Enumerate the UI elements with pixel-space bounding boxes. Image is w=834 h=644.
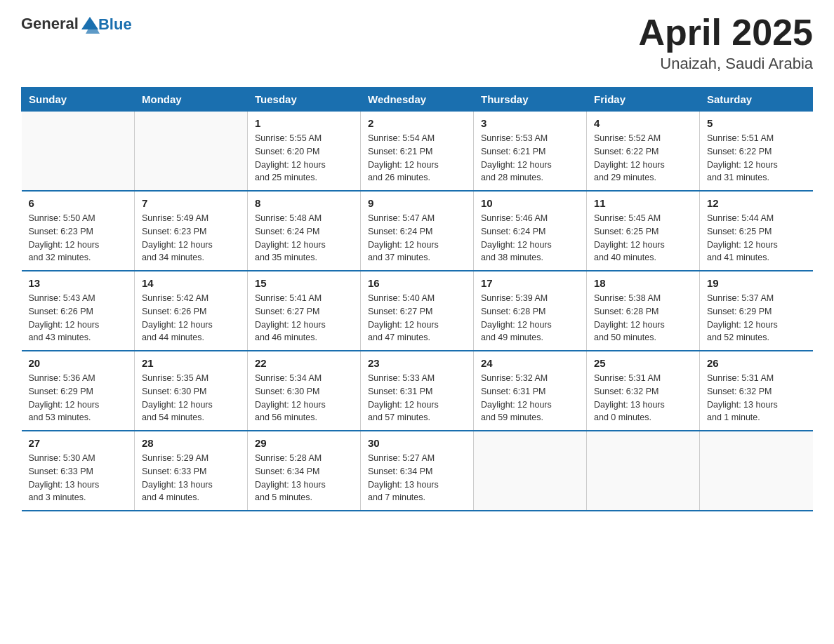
day-info: Sunrise: 5:32 AM Sunset: 6:31 PM Dayligh… xyxy=(481,372,579,424)
day-number: 17 xyxy=(481,277,579,289)
calendar-cell xyxy=(22,112,135,192)
calendar-cell: 4Sunrise: 5:52 AM Sunset: 6:22 PM Daylig… xyxy=(587,112,700,192)
day-info: Sunrise: 5:38 AM Sunset: 6:28 PM Dayligh… xyxy=(594,292,692,344)
day-number: 12 xyxy=(707,197,806,209)
calendar-table: SundayMondayTuesdayWednesdayThursdayFrid… xyxy=(21,87,813,511)
calendar-cell: 26Sunrise: 5:31 AM Sunset: 6:32 PM Dayli… xyxy=(700,351,813,431)
calendar-cell xyxy=(587,431,700,511)
day-number: 6 xyxy=(29,197,128,209)
calendar-cell: 18Sunrise: 5:38 AM Sunset: 6:28 PM Dayli… xyxy=(587,271,700,351)
week-row-4: 20Sunrise: 5:36 AM Sunset: 6:29 PM Dayli… xyxy=(22,351,813,431)
day-number: 27 xyxy=(29,437,128,449)
day-info: Sunrise: 5:55 AM Sunset: 6:20 PM Dayligh… xyxy=(255,132,353,185)
calendar-cell: 12Sunrise: 5:44 AM Sunset: 6:25 PM Dayli… xyxy=(700,191,813,271)
calendar-cell: 27Sunrise: 5:30 AM Sunset: 6:33 PM Dayli… xyxy=(22,431,135,511)
logo-blue: Blue xyxy=(98,17,132,32)
day-number: 16 xyxy=(368,277,466,289)
day-info: Sunrise: 5:30 AM Sunset: 6:33 PM Dayligh… xyxy=(29,452,128,504)
day-info: Sunrise: 5:45 AM Sunset: 6:25 PM Dayligh… xyxy=(594,212,692,264)
calendar-cell: 30Sunrise: 5:27 AM Sunset: 6:34 PM Dayli… xyxy=(361,431,474,511)
day-number: 13 xyxy=(29,277,128,289)
day-info: Sunrise: 5:35 AM Sunset: 6:30 PM Dayligh… xyxy=(142,372,240,424)
day-info: Sunrise: 5:50 AM Sunset: 6:23 PM Dayligh… xyxy=(29,212,128,264)
day-number: 10 xyxy=(481,197,579,209)
calendar-cell: 24Sunrise: 5:32 AM Sunset: 6:31 PM Dayli… xyxy=(474,351,587,431)
day-info: Sunrise: 5:29 AM Sunset: 6:33 PM Dayligh… xyxy=(142,452,240,504)
col-header-monday: Monday xyxy=(135,88,248,112)
col-header-friday: Friday xyxy=(587,88,700,112)
calendar-cell: 9Sunrise: 5:47 AM Sunset: 6:24 PM Daylig… xyxy=(361,191,474,271)
day-number: 1 xyxy=(255,117,353,129)
page-header: General Blue April 2025 Unaizah, Saudi A… xyxy=(21,14,813,73)
title-block: April 2025 Unaizah, Saudi Arabia xyxy=(638,14,813,73)
month-title: April 2025 xyxy=(638,14,813,51)
day-info: Sunrise: 5:53 AM Sunset: 6:21 PM Dayligh… xyxy=(481,132,579,185)
calendar-cell: 3Sunrise: 5:53 AM Sunset: 6:21 PM Daylig… xyxy=(474,112,587,192)
week-row-2: 6Sunrise: 5:50 AM Sunset: 6:23 PM Daylig… xyxy=(22,191,813,271)
calendar-cell: 7Sunrise: 5:49 AM Sunset: 6:23 PM Daylig… xyxy=(135,191,248,271)
col-header-tuesday: Tuesday xyxy=(248,88,361,112)
day-info: Sunrise: 5:48 AM Sunset: 6:24 PM Dayligh… xyxy=(255,212,353,264)
day-info: Sunrise: 5:31 AM Sunset: 6:32 PM Dayligh… xyxy=(707,372,806,424)
day-number: 25 xyxy=(594,357,692,369)
day-number: 14 xyxy=(142,277,240,289)
col-header-saturday: Saturday xyxy=(700,88,813,112)
calendar-cell: 16Sunrise: 5:40 AM Sunset: 6:27 PM Dayli… xyxy=(361,271,474,351)
calendar-cell: 2Sunrise: 5:54 AM Sunset: 6:21 PM Daylig… xyxy=(361,112,474,192)
day-info: Sunrise: 5:42 AM Sunset: 6:26 PM Dayligh… xyxy=(142,292,240,344)
day-info: Sunrise: 5:36 AM Sunset: 6:29 PM Dayligh… xyxy=(29,372,128,424)
calendar-cell: 19Sunrise: 5:37 AM Sunset: 6:29 PM Dayli… xyxy=(700,271,813,351)
calendar-cell: 10Sunrise: 5:46 AM Sunset: 6:24 PM Dayli… xyxy=(474,191,587,271)
day-info: Sunrise: 5:41 AM Sunset: 6:27 PM Dayligh… xyxy=(255,292,353,344)
day-number: 26 xyxy=(707,357,806,369)
day-number: 22 xyxy=(255,357,353,369)
day-info: Sunrise: 5:40 AM Sunset: 6:27 PM Dayligh… xyxy=(368,292,466,344)
calendar-cell: 23Sunrise: 5:33 AM Sunset: 6:31 PM Dayli… xyxy=(361,351,474,431)
logo-general: General xyxy=(21,15,79,33)
day-info: Sunrise: 5:37 AM Sunset: 6:29 PM Dayligh… xyxy=(707,292,806,344)
day-info: Sunrise: 5:39 AM Sunset: 6:28 PM Dayligh… xyxy=(481,292,579,344)
day-number: 28 xyxy=(142,437,240,449)
calendar-cell: 6Sunrise: 5:50 AM Sunset: 6:23 PM Daylig… xyxy=(22,191,135,271)
calendar-cell: 1Sunrise: 5:55 AM Sunset: 6:20 PM Daylig… xyxy=(248,112,361,192)
day-number: 23 xyxy=(368,357,466,369)
calendar-cell: 11Sunrise: 5:45 AM Sunset: 6:25 PM Dayli… xyxy=(587,191,700,271)
location-title: Unaizah, Saudi Arabia xyxy=(638,55,813,73)
day-number: 3 xyxy=(481,117,579,129)
col-header-sunday: Sunday xyxy=(22,88,135,112)
week-row-5: 27Sunrise: 5:30 AM Sunset: 6:33 PM Dayli… xyxy=(22,431,813,511)
calendar-cell: 17Sunrise: 5:39 AM Sunset: 6:28 PM Dayli… xyxy=(474,271,587,351)
calendar-cell xyxy=(135,112,248,192)
day-info: Sunrise: 5:43 AM Sunset: 6:26 PM Dayligh… xyxy=(29,292,128,344)
day-number: 19 xyxy=(707,277,806,289)
day-info: Sunrise: 5:46 AM Sunset: 6:24 PM Dayligh… xyxy=(481,212,579,264)
week-row-3: 13Sunrise: 5:43 AM Sunset: 6:26 PM Dayli… xyxy=(22,271,813,351)
day-info: Sunrise: 5:27 AM Sunset: 6:34 PM Dayligh… xyxy=(368,452,466,504)
day-number: 18 xyxy=(594,277,692,289)
day-number: 15 xyxy=(255,277,353,289)
day-header-row: SundayMondayTuesdayWednesdayThursdayFrid… xyxy=(22,88,813,112)
week-row-1: 1Sunrise: 5:55 AM Sunset: 6:20 PM Daylig… xyxy=(22,112,813,192)
calendar-cell xyxy=(700,431,813,511)
day-info: Sunrise: 5:52 AM Sunset: 6:22 PM Dayligh… xyxy=(594,132,692,185)
calendar-cell: 13Sunrise: 5:43 AM Sunset: 6:26 PM Dayli… xyxy=(22,271,135,351)
day-number: 30 xyxy=(368,437,466,449)
day-info: Sunrise: 5:28 AM Sunset: 6:34 PM Dayligh… xyxy=(255,452,353,504)
calendar-cell: 14Sunrise: 5:42 AM Sunset: 6:26 PM Dayli… xyxy=(135,271,248,351)
day-number: 29 xyxy=(255,437,353,449)
day-info: Sunrise: 5:54 AM Sunset: 6:21 PM Dayligh… xyxy=(368,132,466,185)
day-info: Sunrise: 5:34 AM Sunset: 6:30 PM Dayligh… xyxy=(255,372,353,424)
day-info: Sunrise: 5:44 AM Sunset: 6:25 PM Dayligh… xyxy=(707,212,806,264)
day-info: Sunrise: 5:49 AM Sunset: 6:23 PM Dayligh… xyxy=(142,212,240,264)
col-header-wednesday: Wednesday xyxy=(361,88,474,112)
day-info: Sunrise: 5:31 AM Sunset: 6:32 PM Dayligh… xyxy=(594,372,692,424)
day-number: 4 xyxy=(594,117,692,129)
logo-icon xyxy=(80,14,100,34)
calendar-cell: 15Sunrise: 5:41 AM Sunset: 6:27 PM Dayli… xyxy=(248,271,361,351)
calendar-cell: 20Sunrise: 5:36 AM Sunset: 6:29 PM Dayli… xyxy=(22,351,135,431)
calendar-cell: 21Sunrise: 5:35 AM Sunset: 6:30 PM Dayli… xyxy=(135,351,248,431)
calendar-cell: 8Sunrise: 5:48 AM Sunset: 6:24 PM Daylig… xyxy=(248,191,361,271)
calendar-cell: 25Sunrise: 5:31 AM Sunset: 6:32 PM Dayli… xyxy=(587,351,700,431)
day-number: 8 xyxy=(255,197,353,209)
col-header-thursday: Thursday xyxy=(474,88,587,112)
